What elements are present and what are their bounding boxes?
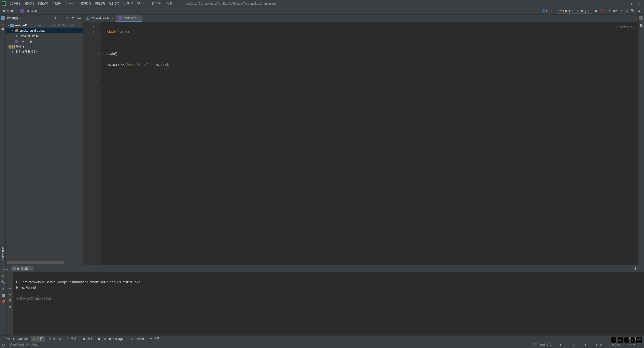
settings-gear-icon[interactable]: ⚙ — [71, 16, 76, 20]
fold-end-icon[interactable]: ⊟ — [97, 51, 101, 56]
editor-tabs: CMakeLists.txt × main.cpp × ⋮ — [84, 15, 638, 22]
tab-main-cpp[interactable]: main.cpp × — [116, 15, 142, 22]
left-toolwindow-stripe: ⬚ 结构 Bookmarks — [0, 15, 6, 265]
horizontal-scrollbar[interactable] — [7, 261, 64, 264]
coverage-icon[interactable]: ◔ — [606, 9, 612, 13]
run-action-column: ▶ 🔧 ■ ▤ 📌 — [0, 272, 7, 335]
maximize-icon[interactable]: ▢ — [628, 2, 632, 6]
scroll-up-icon[interactable]: ↑ — [9, 274, 11, 277]
close-tab-icon[interactable]: × — [138, 17, 139, 20]
menu-window[interactable]: 窗口(W) — [150, 1, 164, 6]
clear-icon[interactable]: 🗑 — [8, 305, 11, 309]
chevron-down-icon[interactable]: ▾ — [7, 24, 10, 27]
collapse-all-icon[interactable]: ⇞ — [65, 16, 70, 20]
profile-icon[interactable]: ◉▾ — [612, 9, 618, 13]
tab-version-control[interactable]: ᛘVersion Control — [2, 336, 30, 341]
minimize-icon[interactable]: — — [619, 2, 623, 6]
attach-icon[interactable]: ⇥ — [618, 9, 624, 13]
line-number-gutter[interactable]: 1234567 — [84, 22, 97, 265]
tab-run[interactable]: ▶运行 — [31, 336, 45, 342]
project-panel-title[interactable]: 项目 — [12, 16, 18, 20]
status-cursor-position[interactable]: 7:1 — [571, 343, 579, 347]
stop-icon[interactable]: ■ — [1, 287, 6, 291]
todo-icon: ☲ — [48, 337, 51, 341]
run-config-selector[interactable]: untitled1 | Debug ▼ — [557, 8, 592, 14]
print-icon[interactable]: 🖶 — [8, 299, 11, 303]
settings-icon[interactable]: ⚙ — [636, 9, 642, 13]
tab-problems[interactable]: ⚠问题 — [64, 336, 79, 342]
menu-run[interactable]: 运行(U) — [107, 1, 121, 6]
tree-item-scratches[interactable]: ◧ 临时文件和控制台 — [6, 49, 83, 54]
debug-button[interactable]: 🐞 — [600, 9, 606, 13]
scroll-down-icon[interactable]: ↓ — [9, 280, 11, 284]
toolwindow-toggle-icon[interactable]: ▢ — [2, 343, 5, 347]
menu-navigate[interactable]: 导航(N) — [51, 1, 64, 6]
pause-icon[interactable]: ⏸ — [559, 343, 562, 347]
tree-item-main-cpp[interactable]: main.cpp — [6, 39, 83, 44]
tree-item-cmakelists[interactable]: CMakeLists.txt — [6, 33, 83, 39]
close-tab-icon[interactable]: × — [112, 17, 113, 20]
breadcrumb-root[interactable]: untitled1 — [2, 9, 15, 13]
tab-terminal[interactable]: ▣终端 — [80, 336, 95, 342]
commit-tool-icon[interactable]: ⬚ — [1, 22, 5, 26]
menu-code[interactable]: 代码(C) — [65, 1, 78, 6]
pin-icon[interactable]: 📌 — [1, 300, 6, 304]
code-editor[interactable]: #include <iostream> int main() { std::co… — [101, 22, 638, 265]
vcs-update-icon[interactable]: ↙ — [549, 8, 555, 14]
project-tree[interactable]: ▾ untitled1 C:\_projetcs\VisualStudio\Go… — [6, 22, 83, 260]
main-menu: 文件(F) 编辑(E) 视图(V) 导航(N) 代码(C) 重构(R) 构建(B… — [9, 1, 178, 6]
structure-tab[interactable]: 结构 — [1, 32, 5, 33]
tab-cmakelists[interactable]: CMakeLists.txt × — [84, 15, 116, 22]
layout-icon[interactable]: ▤ — [1, 293, 6, 297]
background-tasks-icon[interactable]: ⟳ — [565, 343, 568, 347]
menu-build[interactable]: 构建(B) — [93, 1, 106, 6]
tab-list-icon[interactable]: ⋮ — [633, 18, 638, 22]
menu-edit[interactable]: 编辑(E) — [22, 1, 35, 6]
menu-refactor[interactable]: 重构(R) — [79, 1, 93, 6]
status-line-ending[interactable]: LF — [582, 343, 588, 347]
breadcrumb-file[interactable]: main.cpp — [19, 8, 38, 13]
status-encoding[interactable]: UTF-8 — [592, 343, 603, 347]
console-output[interactable]: C:\_projetcs\VisualStudio\GoogleTest\unt… — [13, 272, 644, 335]
soft-wrap-icon[interactable]: ↩ — [8, 286, 11, 290]
search-everywhere-icon[interactable]: 🔍 — [630, 9, 636, 13]
scroll-to-end-icon[interactable]: ⇥ — [8, 293, 11, 296]
project-tool-icon[interactable] — [1, 16, 5, 20]
chevron-down-icon[interactable]: ▼ — [20, 17, 22, 20]
branch-icon: ᛘ — [4, 337, 6, 341]
close-icon[interactable]: ✕ — [637, 2, 641, 6]
status-indent[interactable]: 4 个空格 — [607, 343, 622, 347]
chevron-right-icon[interactable]: ▸ — [11, 29, 15, 32]
close-tab-icon[interactable]: × — [30, 267, 32, 270]
bookmarks-tab[interactable]: Bookmarks — [1, 246, 4, 262]
menu-vcs[interactable]: VCS(S) — [136, 1, 149, 6]
modify-run-config-icon[interactable]: 🔧 — [1, 280, 6, 284]
stop-button[interactable]: ■ — [624, 9, 630, 13]
tree-item-external-libs[interactable]: ▸ ▌▌▌ 外部库 — [6, 44, 83, 49]
menu-file[interactable]: 文件(F) — [9, 1, 21, 6]
rerun-icon[interactable]: ▶ — [1, 274, 6, 278]
run-settings-icon[interactable]: ⚙ — [634, 267, 637, 270]
database-tab[interactable]: 数据库 — [639, 22, 643, 22]
fold-start-icon[interactable]: ⊟ — [97, 34, 101, 40]
fold-gutter[interactable]: ⊟⊟ — [97, 22, 101, 265]
add-user-icon[interactable]: 👤▾ — [542, 8, 548, 14]
tab-python-packages[interactable]: ⬢Python Packages — [95, 336, 128, 341]
expand-all-icon[interactable]: ≡ — [59, 16, 64, 20]
tree-root[interactable]: ▾ untitled1 C:\_projetcs\VisualStudio\Go… — [6, 23, 83, 28]
tree-item-cmake-build-debug[interactable]: ▸ cmake-build-debug — [6, 28, 83, 33]
hide-panel-icon[interactable]: — — [638, 267, 641, 270]
watermark-badges: 中 简 ☽ ๑ ⌨ — [611, 337, 642, 343]
menu-help[interactable]: 帮助(H) — [165, 1, 178, 6]
locate-icon[interactable]: ⊚ — [53, 16, 58, 20]
menu-view[interactable]: 视图(V) — [36, 1, 50, 6]
run-button[interactable]: ▶ — [594, 9, 600, 13]
tab-messages[interactable]: ▤消息 — [147, 336, 162, 342]
menu-tools[interactable]: 工具(T) — [122, 1, 135, 6]
run-tab[interactable]: untitled1 × — [11, 266, 33, 271]
tab-cmake[interactable]: CMake — [128, 336, 146, 341]
notifications-icon[interactable] — [639, 16, 643, 20]
status-context[interactable]: 上下文: 正 — [625, 343, 642, 347]
tab-todo[interactable]: ☲TODO — [46, 336, 63, 341]
hide-panel-icon[interactable]: — — [77, 16, 82, 20]
